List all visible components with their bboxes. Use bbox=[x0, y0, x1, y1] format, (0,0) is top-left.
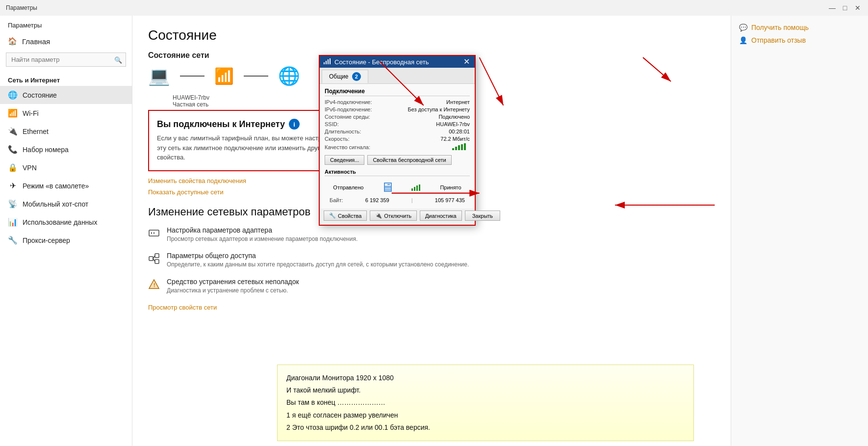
settings-item-troubleshoot-text: Средство устранения сетевых неполадок Ди… bbox=[167, 278, 299, 295]
sharing-icon bbox=[148, 253, 160, 267]
main-content: Состояние Состояние сети 💻 📶 🌐 HUAWEI-7r… bbox=[132, 16, 731, 446]
note-box: Диагонали Монитора 1920 х 1080 И такой м… bbox=[277, 365, 694, 441]
dialog-tab-general[interactable]: Общие 2 bbox=[322, 70, 368, 83]
dialog-row-ipv4: IPv4-подключение: Интернет bbox=[325, 99, 470, 105]
dialog-titlebar: Состояние - Беспроводная сеть ✕ bbox=[320, 56, 475, 68]
view-network-props-link[interactable]: Просмотр свойств сети bbox=[148, 304, 715, 311]
home-label: Главная bbox=[22, 37, 50, 46]
svg-rect-5 bbox=[155, 260, 159, 263]
sidebar-item-label-dialup: Набор номера bbox=[23, 146, 69, 154]
sidebar-item-vpn[interactable]: 🔒 VPN bbox=[0, 158, 132, 177]
note-line-1: Диагонали Монитора 1920 х 1080 bbox=[286, 372, 685, 384]
sidebar-item-label-datausage: Использование данных bbox=[23, 218, 97, 226]
proxy-icon: 🔧 bbox=[8, 236, 18, 245]
diagnostics-button[interactable]: Диагностика bbox=[420, 210, 462, 221]
sidebar-item-label-status: Состояние bbox=[23, 91, 57, 99]
svg-rect-17 bbox=[464, 143, 466, 150]
svg-rect-11 bbox=[328, 59, 329, 64]
sidebar-item-status[interactable]: 🌐 Состояние bbox=[0, 86, 132, 104]
recv-label-text: Принято bbox=[440, 184, 461, 190]
svg-rect-20 bbox=[416, 185, 418, 191]
search-input[interactable] bbox=[6, 52, 126, 67]
wifi-icon: 📶 bbox=[8, 108, 18, 118]
dialog-row-signal: Качество сигнала: bbox=[325, 143, 470, 151]
maximize-button[interactable]: □ bbox=[841, 3, 849, 12]
svg-text:!: ! bbox=[153, 283, 155, 288]
svg-rect-18 bbox=[411, 188, 413, 191]
note-line-2: И такой мелкий шрифт. bbox=[286, 384, 685, 396]
sidebar-item-datausage[interactable]: 📊 Использование данных bbox=[0, 213, 132, 231]
dialog-row-speed: Скорость: 72.2 Мбит/с bbox=[325, 136, 470, 142]
disconnect-icon: 🔌 bbox=[375, 212, 382, 219]
sidebar-item-label-vpn: VPN bbox=[23, 164, 37, 172]
svg-rect-15 bbox=[458, 145, 460, 150]
activity-bytes-row: Байт: 6 192 359 | 105 977 435 bbox=[325, 197, 470, 203]
adapter-icon bbox=[148, 227, 160, 242]
svg-rect-16 bbox=[461, 144, 463, 150]
dialog-row-ssid: SSID: HUAWEI-7rbv bbox=[325, 121, 470, 127]
svg-rect-9 bbox=[324, 62, 325, 64]
properties-button[interactable]: 🔧 Свойства bbox=[324, 210, 367, 221]
title-bar: Параметры — □ ✕ bbox=[0, 0, 868, 16]
svg-rect-13 bbox=[452, 148, 454, 150]
feedback-icon: 👤 bbox=[739, 36, 747, 44]
svg-rect-10 bbox=[326, 61, 327, 64]
disconnect-button[interactable]: 🔌 Отключить bbox=[370, 210, 417, 221]
status-box-title: Вы подключены к Интернету bbox=[157, 119, 285, 130]
minimize-button[interactable]: — bbox=[828, 3, 837, 12]
status-box-header: Вы подключены к Интернету i bbox=[157, 119, 335, 130]
sidebar-item-dialup[interactable]: 📞 Набор номера bbox=[0, 140, 132, 158]
sidebar-item-airplane[interactable]: ✈ Режим «в самолете» bbox=[0, 177, 132, 195]
sidebar-item-proxy[interactable]: 🔧 Прокси-сервер bbox=[0, 231, 132, 249]
globe-diagram-icon: 🌐 bbox=[278, 66, 300, 86]
settings-item-adapter[interactable]: Настройка параметров адаптера Просмотр с… bbox=[148, 226, 715, 243]
connection-section-title: Подключение bbox=[325, 88, 470, 96]
sharing-desc: Определите, к каким данным вы хотите пре… bbox=[167, 261, 469, 269]
settings-item-troubleshoot[interactable]: ! Средство устранения сетевых неполадок … bbox=[148, 278, 715, 295]
wireless-props-button[interactable]: Свойства беспроводной сети bbox=[367, 155, 451, 165]
svg-rect-12 bbox=[330, 58, 331, 64]
sidebar: Параметры 🏠 Главная 🔍 Сеть и Интернет 🌐 … bbox=[0, 16, 132, 446]
dialog-tab-badge: 2 bbox=[352, 72, 361, 81]
svg-rect-19 bbox=[414, 187, 415, 191]
activity-section: Активность Отправлено 🖥 bbox=[325, 169, 470, 203]
hotspot-icon: 📡 bbox=[8, 199, 18, 209]
sidebar-home-button[interactable]: 🏠 Главная bbox=[0, 33, 132, 50]
sidebar-section-title: Сеть и Интернет bbox=[0, 73, 132, 86]
svg-rect-3 bbox=[149, 257, 153, 261]
status-box-text: Если у вас лимитный тарифный план, вы мо… bbox=[157, 133, 335, 162]
right-panel: 💬 Получить помощь 👤 Отправить отзыв bbox=[731, 16, 868, 446]
close-footer-button[interactable]: Закрыть bbox=[465, 210, 500, 221]
sidebar-item-ethernet[interactable]: 🔌 Ethernet bbox=[0, 122, 132, 140]
settings-item-sharing[interactable]: Параметры общего доступа Определите, к к… bbox=[148, 252, 715, 269]
computer-activity-icon: 🖥 bbox=[381, 179, 394, 195]
get-help-link[interactable]: 💬 Получить помощь bbox=[739, 24, 860, 31]
sidebar-item-hotspot[interactable]: 📡 Мобильный хот-спот bbox=[0, 195, 132, 213]
signal-bars-title-icon bbox=[324, 58, 332, 66]
activity-title: Активность bbox=[325, 169, 470, 176]
close-button[interactable]: ✕ bbox=[853, 3, 862, 12]
dialog-row-duration: Длительность: 00:28:01 bbox=[325, 129, 470, 134]
sidebar-item-label-wifi: Wi-Fi bbox=[23, 109, 39, 117]
status-badge: i bbox=[289, 119, 300, 130]
note-line-5: 2 Это чтоза шрифи 0.2 или 00.1 бэта верс… bbox=[286, 421, 685, 434]
dialog-window: Состояние - Беспроводная сеть ✕ Общие 2 … bbox=[319, 55, 476, 226]
sent-label: Отправлено bbox=[333, 184, 363, 190]
bytes-sent: 6 192 359 bbox=[365, 197, 389, 203]
sidebar-item-label-hotspot: Мобильный хот-спот bbox=[23, 200, 88, 208]
troubleshoot-title: Средство устранения сетевых неполадок bbox=[167, 278, 299, 286]
help-icon: 💬 bbox=[739, 24, 747, 31]
dialog-action-buttons: Сведения... Свойства беспроводной сети bbox=[325, 155, 470, 165]
details-button[interactable]: Сведения... bbox=[325, 155, 364, 165]
sharing-title: Параметры общего доступа bbox=[167, 252, 469, 260]
sidebar-app-title: Параметры bbox=[0, 16, 132, 33]
sidebar-item-wifi[interactable]: 📶 Wi-Fi bbox=[0, 104, 132, 122]
troubleshoot-desc: Диагностика и устранение проблем с сетью… bbox=[167, 287, 299, 295]
note-line-3: Вы там в конец ………………… bbox=[286, 396, 685, 409]
dialog-close-button[interactable]: ✕ bbox=[462, 58, 471, 66]
recv-label bbox=[411, 184, 423, 191]
dialog-row-media-state: Состояние среды: Подключено bbox=[325, 114, 470, 120]
send-feedback-link[interactable]: 👤 Отправить отзыв bbox=[739, 36, 860, 44]
dialog-row-ipv6: IPv6-подключение: Без доступа к Интернет… bbox=[325, 106, 470, 112]
sidebar-item-label-proxy: Прокси-сервер bbox=[23, 236, 70, 244]
